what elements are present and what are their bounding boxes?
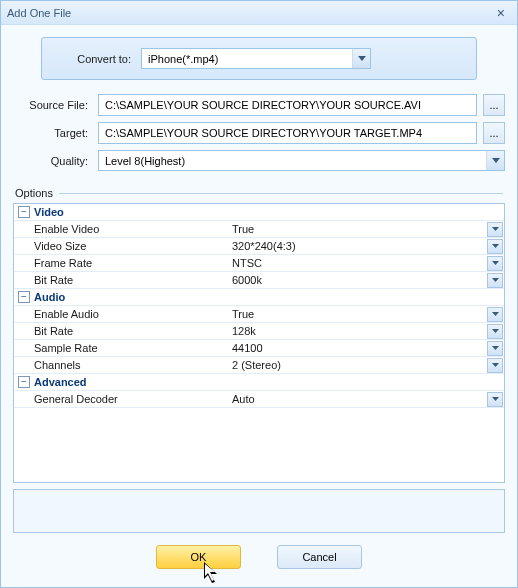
prop-row[interactable]: General Decoder Auto [14,391,504,408]
svg-marker-5 [492,278,499,282]
quality-row: Quality: Level 8(Highest) [13,150,505,171]
prop-row[interactable]: Enable Video True [14,221,504,238]
target-row: Target: ... [13,122,505,144]
chevron-down-icon [486,151,504,170]
options-header: Options [15,187,503,199]
target-input[interactable] [98,122,477,144]
category-video[interactable]: − Video [14,204,504,221]
quality-select[interactable]: Level 8(Highest) [98,150,505,171]
svg-marker-4 [492,261,499,265]
description-panel [13,489,505,533]
svg-marker-6 [492,312,499,316]
category-label: Audio [34,291,65,303]
prop-value: 320*240(4:3) [232,240,487,252]
dialog-window: Add One File × Convert to: iPhone(*.mp4)… [0,0,518,588]
collapse-icon[interactable]: − [18,206,30,218]
options-label: Options [15,187,53,199]
prop-row[interactable]: Channels 2 (Stereo) [14,357,504,374]
prop-value: 2 (Stereo) [232,359,487,371]
svg-marker-10 [492,397,499,401]
chevron-down-icon[interactable] [487,222,503,237]
collapse-icon[interactable]: − [18,376,30,388]
svg-marker-3 [492,244,499,248]
cancel-button[interactable]: Cancel [277,545,362,569]
svg-marker-1 [492,158,500,163]
convert-panel: Convert to: iPhone(*.mp4) [41,37,477,80]
prop-name: Bit Rate [14,325,232,337]
prop-value: True [232,223,487,235]
quality-label: Quality: [13,155,98,167]
svg-marker-2 [492,227,499,231]
chevron-down-icon[interactable] [487,392,503,407]
prop-name: Bit Rate [14,274,232,286]
chevron-down-icon [352,49,370,68]
target-label: Target: [13,127,98,139]
prop-row[interactable]: Frame Rate NTSC [14,255,504,272]
source-row: Source File: ... [13,94,505,116]
svg-marker-8 [492,346,499,350]
source-browse-button[interactable]: ... [483,94,505,116]
prop-row[interactable]: Bit Rate 128k [14,323,504,340]
prop-name: Video Size [14,240,232,252]
content-area: Convert to: iPhone(*.mp4) Source File: .… [1,25,517,587]
prop-value: True [232,308,487,320]
svg-marker-0 [358,56,366,61]
chevron-down-icon[interactable] [487,307,503,322]
close-icon[interactable]: × [491,5,511,21]
source-label: Source File: [13,99,98,111]
convert-select[interactable]: iPhone(*.mp4) [141,48,371,69]
prop-name: Sample Rate [14,342,232,354]
prop-row[interactable]: Enable Audio True [14,306,504,323]
prop-row[interactable]: Bit Rate 6000k [14,272,504,289]
prop-row[interactable]: Sample Rate 44100 [14,340,504,357]
prop-name: Channels [14,359,232,371]
convert-select-value: iPhone(*.mp4) [148,53,218,65]
category-label: Video [34,206,64,218]
prop-value: Auto [232,393,487,405]
prop-value: 6000k [232,274,487,286]
prop-name: Enable Video [14,223,232,235]
titlebar: Add One File × [1,1,517,25]
ok-button-label: OK [191,551,207,563]
chevron-down-icon[interactable] [487,239,503,254]
chevron-down-icon[interactable] [487,358,503,373]
category-label: Advanced [34,376,87,388]
prop-value: NTSC [232,257,487,269]
window-title: Add One File [7,7,71,19]
ok-button[interactable]: OK [156,545,241,569]
prop-name: General Decoder [14,393,232,405]
source-input[interactable] [98,94,477,116]
category-advanced[interactable]: − Advanced [14,374,504,391]
target-browse-button[interactable]: ... [483,122,505,144]
prop-name: Frame Rate [14,257,232,269]
divider [59,193,503,194]
quality-select-value: Level 8(Highest) [105,155,185,167]
collapse-icon[interactable]: − [18,291,30,303]
prop-value: 128k [232,325,487,337]
button-row: OK Cancel [13,533,505,581]
svg-marker-7 [492,329,499,333]
chevron-down-icon[interactable] [487,256,503,271]
chevron-down-icon[interactable] [487,341,503,356]
prop-value: 44100 [232,342,487,354]
property-grid: − Video Enable Video True Video Size 320… [13,203,505,483]
convert-label: Convert to: [56,53,141,65]
chevron-down-icon[interactable] [487,273,503,288]
prop-row[interactable]: Video Size 320*240(4:3) [14,238,504,255]
chevron-down-icon[interactable] [487,324,503,339]
prop-name: Enable Audio [14,308,232,320]
cancel-button-label: Cancel [302,551,336,563]
svg-marker-9 [492,363,499,367]
category-audio[interactable]: − Audio [14,289,504,306]
